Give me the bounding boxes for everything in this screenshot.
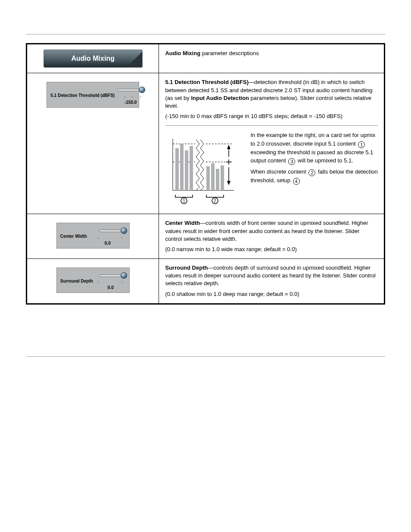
surround-slider-label: Surround Depth <box>60 278 93 284</box>
svg-rect-10 <box>185 150 188 190</box>
divider <box>165 125 378 126</box>
slider-ticks: ı ı <box>96 280 126 284</box>
after-hr-c: will be upmixed to 5.1. <box>298 157 353 164</box>
circled-1-icon: 1 <box>358 141 365 148</box>
diag-label-2: 2 <box>214 199 217 203</box>
centerwidth-image-cell: Center Width ı ı 0.0 <box>27 214 159 259</box>
svg-rect-14 <box>216 169 219 190</box>
after-hr: In the example to the right, on a card s… <box>250 132 375 147</box>
svg-rect-11 <box>190 146 193 190</box>
banner-cell: Audio Mixing <box>27 44 159 73</box>
svg-rect-13 <box>211 163 215 190</box>
centerwidth-slider[interactable] <box>99 230 125 232</box>
surround-title: Surround Depth <box>165 264 208 271</box>
threshold-desc2: (-150 min to 0 max dBFS range in 10 dBFS… <box>165 112 378 120</box>
centerwidth-desc-cell: Center Width—controls width of front cen… <box>159 214 385 259</box>
svg-rect-12 <box>206 166 210 190</box>
circled-2-icon: 2 <box>308 169 315 176</box>
threshold-image-cell: 5.1 Detection Threshold (dBFS) ı ı ı -15… <box>27 73 159 214</box>
threshold-panel: 5.1 Detection Threshold (dBFS) ı ı ı -15… <box>47 82 139 107</box>
banner-label: Audio Mixing <box>72 55 115 62</box>
threshold-slider[interactable] <box>117 89 143 91</box>
banner-desc-title: Audio Mixing <box>165 50 200 56</box>
centerwidth-panel: Center Width ı ı 0.0 <box>56 223 130 248</box>
audio-mixing-banner: Audio Mixing <box>44 50 143 68</box>
diag-label-1: 1 <box>183 199 186 203</box>
surround-desc-cell: Surround Depth—controls depth of surroun… <box>159 259 385 304</box>
after2: When discrete content <box>250 168 308 175</box>
page-header <box>26 17 385 34</box>
threshold-desc-cell: 5.1 Detection Threshold (dBFS)—detection… <box>159 73 385 214</box>
centerwidth-title: Center Width <box>165 220 200 226</box>
banner-desc-cell: Audio Mixing parameter descriptions <box>159 44 385 73</box>
slider-ticks: ı ı ı <box>117 94 144 99</box>
svg-rect-15 <box>221 165 224 190</box>
centerwidth-desc2: (0.0 narrow min to 1.0 wide max range; d… <box>165 246 378 253</box>
svg-marker-17 <box>227 145 230 149</box>
surround-slider[interactable] <box>99 274 125 277</box>
slider-ticks: ı ı <box>90 235 126 240</box>
parameters-table: Audio Mixing Audio Mixing parameter desc… <box>26 43 385 305</box>
surround-panel: Surround Depth ı ı 0.0 <box>56 268 130 293</box>
centerwidth-slider-value: 0.0 <box>90 240 126 246</box>
bar-threshold-diagram-icon: 1 2 <box>165 131 238 208</box>
surround-desc2: (0.0 shallow min to 1.0 deep max range; … <box>165 290 378 298</box>
threshold-diagram: 1 2 In the example to the right, on a ca… <box>165 131 378 208</box>
slider-knob-icon[interactable] <box>139 87 145 93</box>
slider-knob-icon[interactable] <box>121 272 127 279</box>
page-footer <box>26 356 385 360</box>
threshold-slider-value: -150.0 <box>117 100 144 106</box>
surround-slider-value: 0.0 <box>96 285 126 291</box>
centerwidth-slider-label: Center Width <box>60 233 87 240</box>
diagram-description: In the example to the right, on a card s… <box>250 131 378 185</box>
circled-4-icon: 4 <box>293 178 300 185</box>
slider-knob-icon[interactable] <box>121 227 127 234</box>
svg-rect-8 <box>175 148 179 190</box>
threshold-desc1b: Input Audio Detection <box>191 95 249 101</box>
banner-desc-text: parameter descriptions <box>200 50 259 56</box>
threshold-slider-label: 5.1 Detection Threshold (dBFS) <box>50 93 115 99</box>
threshold-title: 5.1 Detection Threshold (dBFS) <box>165 79 249 85</box>
svg-marker-19 <box>227 181 230 185</box>
svg-rect-9 <box>180 144 184 190</box>
circled-3-icon: 3 <box>288 158 295 165</box>
surround-image-cell: Surround Depth ı ı 0.0 <box>27 259 159 304</box>
